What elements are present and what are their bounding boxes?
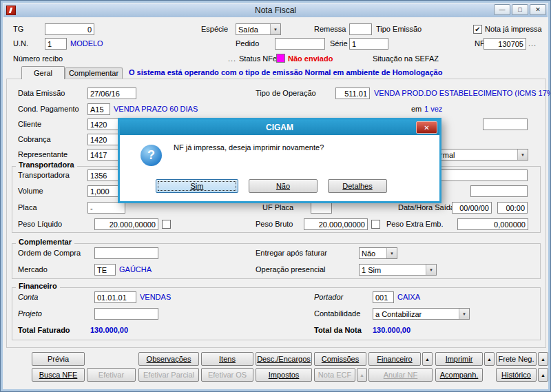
total-nota-value: 130.000,00 — [373, 324, 410, 336]
peso-bruto-input[interactable] — [304, 218, 368, 230]
peso-bruto-label: Peso Bruto — [256, 218, 293, 230]
hora-saida-input[interactable] — [497, 202, 528, 214]
financeiro-group-title: Financeiro — [16, 282, 60, 291]
contabilidade-label: Contabilidade — [314, 308, 360, 320]
tipo-operacao-label: Tipo de Operação — [256, 87, 316, 99]
nf-browse-button[interactable]: ... — [528, 38, 537, 50]
entregar-apos-faturar-label: Entregar após faturar — [256, 247, 327, 259]
remessa-label: Remessa — [314, 23, 346, 35]
peso-bruto-checkbox[interactable] — [371, 220, 380, 229]
busca-nfe-button[interactable]: Busca NFE — [32, 368, 85, 382]
mercado-label: Mercado — [18, 264, 48, 276]
conta-input[interactable] — [94, 291, 136, 303]
nota-impressa-label: Nota já impressa — [485, 23, 542, 35]
pedido-input[interactable] — [275, 38, 325, 50]
financeiro-button[interactable]: Financeiro — [368, 352, 421, 366]
situacao-sefaz-label: Situação na SEFAZ — [373, 53, 439, 65]
tab-complementar[interactable]: Complementar — [65, 68, 123, 79]
status-nfe-value: Não enviado — [288, 53, 333, 65]
recibo-browse-button[interactable]: ... — [228, 53, 236, 65]
total-nota-label: Total da Nota — [314, 324, 362, 336]
cigam-dialog: CIGAM ✕ ? NF já impressa, deseja imprimi… — [118, 118, 441, 203]
tipo-operacao-input[interactable] — [335, 87, 370, 99]
cond-pagamento-input[interactable] — [87, 103, 110, 115]
historico-button[interactable]: Histórico — [496, 368, 537, 382]
un-desc: MODELO — [70, 38, 103, 50]
portador-input[interactable] — [373, 291, 394, 303]
efetivar-parcial-button: Efetivar Parcial — [138, 368, 199, 382]
operacao-presencial-select[interactable]: 1 Sim ▼ — [359, 264, 437, 276]
acompanh-button[interactable]: Acompanh. — [435, 368, 483, 382]
minimize-button[interactable]: — — [494, 4, 510, 15]
transportadora-extra-input[interactable] — [431, 169, 528, 181]
dialog-close-button[interactable]: ✕ — [416, 121, 437, 134]
entregar-apos-faturar-select[interactable]: Não ▼ — [359, 247, 397, 259]
data-saida-input[interactable] — [452, 202, 492, 214]
nf-input[interactable] — [484, 38, 526, 50]
imprimir-button[interactable]: Imprimir — [435, 352, 483, 366]
status-nfe-label: Status NFe — [239, 53, 277, 65]
close-button[interactable]: ✕ — [530, 4, 546, 15]
especie-select[interactable]: Saída ▼ — [236, 23, 281, 35]
data-hora-saida-label: Data/Hora Saída — [398, 202, 455, 214]
sim-button[interactable]: Sim — [156, 179, 238, 193]
frete-neg-menu-arrow-button[interactable]: ▲ — [538, 352, 548, 366]
dialog-titlebar[interactable]: CIGAM — [120, 120, 439, 135]
peso-liquido-input[interactable] — [94, 218, 158, 230]
peso-liquido-checkbox[interactable] — [162, 220, 171, 229]
tipo-operacao-desc: VENDA PROD.DO ESTABELECIMENTO (ICMS 17%) — [374, 87, 551, 99]
imprimir-menu-arrow-button[interactable]: ▲ — [484, 352, 495, 366]
complementar-group-title: Complementar — [16, 238, 74, 247]
chevron-down-icon: ▼ — [386, 248, 397, 258]
detalhes-button[interactable]: Detalhes — [328, 179, 387, 193]
pedido-label: Pedido — [236, 38, 259, 50]
em-value: 1 vez — [424, 103, 442, 115]
environment-message: O sistema está operando com o tipo de em… — [129, 67, 442, 79]
desc-encargos-button[interactable]: Desc./Encargos — [256, 352, 312, 366]
peso-extra-input[interactable] — [457, 218, 528, 230]
em-label: em — [411, 103, 422, 115]
close-icon: ✕ — [424, 124, 429, 132]
nota-ecf-button: Nota ECF — [314, 368, 355, 382]
volume-label: Volume — [18, 185, 43, 197]
impostos-button[interactable]: Impostos — [256, 368, 312, 382]
cliente-extra-input[interactable] — [483, 118, 528, 130]
financeiro-menu-arrow-button[interactable]: ▲ — [422, 352, 433, 366]
cond-pagamento-label: Cond. Pagamento — [18, 103, 79, 115]
titlebar[interactable]: Nota Fiscal — □ ✕ — [3, 3, 548, 17]
nfe-status-color-swatch — [276, 54, 285, 63]
cond-pagamento-desc: VENDA PRAZO 60 DIAS — [114, 103, 198, 115]
previa-button[interactable]: Prévia — [32, 352, 85, 366]
entregar-select-value: Não — [360, 249, 386, 258]
mercado-input[interactable] — [94, 264, 116, 276]
tg-input[interactable] — [45, 23, 94, 35]
total-faturado-value: 130.000,00 — [90, 324, 128, 336]
nao-button[interactable]: Não — [249, 179, 318, 193]
contabilidade-select[interactable]: a Contabilizar ▼ — [373, 308, 470, 320]
ordem-compra-input[interactable] — [94, 247, 158, 259]
serie-input[interactable] — [349, 38, 388, 50]
comissoes-button[interactable]: Comissões — [314, 352, 366, 366]
volume-extra-input[interactable] — [470, 185, 528, 197]
nota-impressa-checkbox[interactable]: ✔ — [473, 25, 482, 34]
observacoes-button[interactable]: Observações — [138, 352, 199, 366]
operacao-presencial-value: 1 Sim — [360, 266, 426, 274]
remessa-input[interactable] — [349, 23, 372, 35]
frete-neg-button[interactable]: Frete Neg. — [496, 352, 537, 366]
frete-select-value: Normal — [428, 151, 517, 159]
serie-label: Série — [330, 38, 348, 50]
chevron-down-icon: ▼ — [517, 149, 528, 160]
tab-geral[interactable]: Geral — [21, 66, 65, 79]
frete-select[interactable]: Normal ▼ — [428, 149, 528, 161]
uf-placa-input[interactable] — [311, 202, 332, 214]
data-emissao-input[interactable] — [87, 87, 136, 99]
question-glyph: ? — [147, 148, 155, 163]
un-input[interactable] — [45, 38, 67, 50]
maximize-button[interactable]: □ — [512, 4, 528, 15]
itens-button[interactable]: Itens — [201, 352, 253, 366]
placa-input[interactable] — [87, 202, 125, 214]
representante-label: Representante — [18, 149, 67, 161]
historico-menu-arrow-button[interactable]: ▲ — [538, 368, 548, 382]
anular-nf-button: Anular NF — [368, 368, 433, 382]
projeto-input[interactable] — [94, 308, 158, 320]
